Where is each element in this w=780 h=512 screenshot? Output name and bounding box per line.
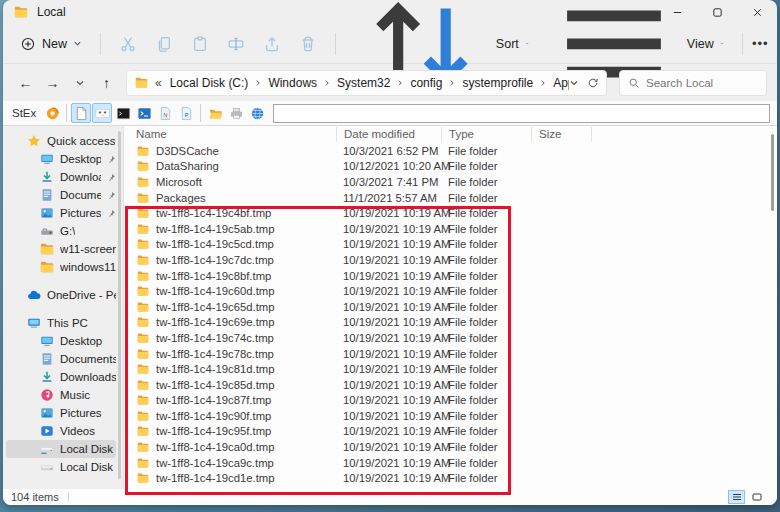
breadcrumb-item[interactable]: systemprofile — [459, 74, 536, 92]
breadcrumb-item[interactable]: System32 — [334, 74, 393, 92]
file-type: File folder — [441, 192, 531, 204]
sidebar-item-label: windows11-scre — [60, 261, 116, 273]
sidebar-item[interactable]: Quick access — [6, 132, 116, 150]
file-row[interactable]: tw-1ff8-1c4-19c4bf.tmp 10/19/2021 10:19 … — [124, 205, 777, 221]
file-row[interactable]: tw-1ff8-1c4-19ca0d.tmp 10/19/2021 10:19 … — [124, 439, 777, 455]
stex-button[interactable] — [226, 103, 246, 123]
file-name: tw-1ff8-1c4-19c85d.tmp — [156, 379, 274, 391]
sidebar-item[interactable]: Documents — [6, 186, 116, 204]
file-row[interactable]: tw-1ff8-1c4-19cd1e.tmp 10/19/2021 10:19 … — [124, 470, 777, 486]
file-action-button[interactable] — [254, 29, 290, 59]
sidebar-item[interactable]: Desktop — [6, 150, 116, 168]
stex-button[interactable] — [134, 103, 154, 123]
more-options-button[interactable]: ••• — [752, 29, 769, 59]
file-action-button[interactable] — [182, 29, 218, 59]
file-name: tw-1ff8-1c4-19c81d.tmp — [156, 363, 274, 375]
column-header-type[interactable]: Type — [441, 127, 531, 142]
file-type: File folder — [441, 223, 531, 235]
file-row[interactable]: tw-1ff8-1c4-19c81d.tmp 10/19/2021 10:19 … — [124, 361, 777, 377]
file-action-button[interactable] — [110, 29, 146, 59]
file-row[interactable]: Packages 11/1/2021 5:57 AM File folder — [124, 190, 777, 206]
sidebar-item[interactable]: Local Disk (C:) — [6, 440, 116, 458]
file-row[interactable]: tw-1ff8-1c4-19c74c.tmp 10/19/2021 10:19 … — [124, 330, 777, 346]
file-row[interactable]: D3DSCache 10/3/2021 6:52 PM File folder — [124, 143, 777, 159]
file-list-scrollbar[interactable] — [771, 134, 774, 211]
address-bar[interactable]: « Local Disk (C:) Windows System32 — [126, 70, 607, 96]
sidebar-item[interactable]: This PC — [6, 314, 116, 332]
search-box[interactable] — [619, 70, 767, 96]
file-row[interactable]: Microsoft 10/3/2021 7:41 PM File folder — [124, 174, 777, 190]
breadcrumb-item[interactable]: Local Disk (C:) — [167, 74, 252, 92]
file-date-modified: 10/19/2021 10:19 AM — [336, 441, 441, 453]
file-row[interactable]: tw-1ff8-1c4-19c5ab.tmp 10/19/2021 10:19 … — [124, 221, 777, 237]
back-button[interactable]: ← — [13, 70, 38, 96]
file-row[interactable]: tw-1ff8-1c4-19c69e.tmp 10/19/2021 10:19 … — [124, 315, 777, 331]
refresh-button[interactable] — [587, 77, 599, 89]
file-row[interactable]: tw-1ff8-1c4-19c5cd.tmp 10/19/2021 10:19 … — [124, 237, 777, 253]
sidebar-item[interactable]: G:\ — [6, 222, 116, 240]
breadcrumb-item[interactable]: config — [407, 74, 445, 92]
sidebar-item[interactable]: Pictures — [6, 204, 116, 222]
stex-button[interactable] — [113, 103, 133, 123]
sidebar-item[interactable]: windows11-scre — [6, 258, 116, 276]
status-divider — [68, 492, 69, 502]
cut-icon — [119, 35, 137, 53]
file-action-button[interactable] — [290, 29, 326, 59]
up-button[interactable]: ↑ — [94, 70, 119, 96]
stex-button[interactable] — [205, 103, 225, 123]
breadcrumb-overflow-icon[interactable]: « — [155, 76, 162, 90]
search-input[interactable] — [646, 77, 758, 89]
sidebar-item[interactable]: Network — [6, 486, 116, 489]
folder-icon — [136, 223, 150, 235]
file-row[interactable]: DataSharing 10/12/2021 10:20 AM File fol… — [124, 159, 777, 175]
sidebar-item[interactable]: Documents — [6, 350, 116, 368]
onedrive-icon — [27, 288, 41, 302]
window-control-button[interactable] — [737, 0, 777, 24]
breadcrumb-item[interactable]: Windows — [265, 74, 320, 92]
sidebar-item[interactable]: Downloads — [6, 368, 116, 386]
column-header-size[interactable]: Size — [531, 127, 591, 142]
toolbar-divider — [100, 33, 101, 55]
sidebar-item[interactable]: w11-screenshot — [6, 240, 116, 258]
file-row[interactable]: tw-1ff8-1c4-19c65d.tmp 10/19/2021 10:19 … — [124, 299, 777, 315]
file-row[interactable]: tw-1ff8-1c4-19c60d.tmp 10/19/2021 10:19 … — [124, 283, 777, 299]
stex-button[interactable]: *.* — [92, 103, 112, 123]
forward-button[interactable]: → — [40, 70, 65, 96]
file-row[interactable]: tw-1ff8-1c4-19c90f.tmp 10/19/2021 10:19 … — [124, 408, 777, 424]
file-row[interactable]: tw-1ff8-1c4-19c8bf.tmp 10/19/2021 10:19 … — [124, 268, 777, 284]
pictures-icon — [40, 406, 54, 420]
breadcrumb-item[interactable]: AppData — [550, 74, 569, 92]
large-icons-view-button[interactable] — [748, 490, 765, 504]
sidebar-item[interactable]: OneDrive - Person — [6, 286, 116, 304]
file-row[interactable]: tw-1ff8-1c4-19c85d.tmp 10/19/2021 10:19 … — [124, 377, 777, 393]
recent-locations-button[interactable] — [67, 70, 92, 96]
sidebar-item-label: Local Disk (C:) — [60, 443, 116, 455]
sidebar-item[interactable]: Downloads — [6, 168, 116, 186]
sidebar-item[interactable]: Local Disk (D:) — [6, 458, 116, 476]
file-row[interactable]: tw-1ff8-1c4-19ca9c.tmp 10/19/2021 10:19 … — [124, 455, 777, 471]
address-dropdown-button[interactable] — [569, 77, 579, 89]
file-row[interactable]: tw-1ff8-1c4-19c95f.tmp 10/19/2021 10:19 … — [124, 424, 777, 440]
details-view-button[interactable] — [728, 490, 745, 504]
file-action-button[interactable] — [218, 29, 254, 59]
sidebar-item[interactable]: Pictures — [6, 404, 116, 422]
file-row[interactable]: tw-1ff8-1c4-19c78c.tmp 10/19/2021 10:19 … — [124, 346, 777, 362]
column-header-name[interactable]: Name — [136, 127, 336, 142]
sidebar-scrollbar[interactable] — [118, 131, 121, 479]
stex-button[interactable] — [247, 103, 267, 123]
stex-button[interactable] — [42, 103, 62, 123]
new-button[interactable]: New — [11, 31, 91, 57]
sidebar-item[interactable]: Music — [6, 386, 116, 404]
column-header-spacer — [591, 127, 777, 142]
sidebar-item[interactable]: Videos — [6, 422, 116, 440]
stex-button[interactable]: P — [176, 103, 196, 123]
stex-button[interactable] — [71, 103, 91, 123]
sidebar-item[interactable]: Desktop — [6, 332, 116, 350]
column-header-date[interactable]: Date modified — [336, 127, 441, 142]
file-action-button[interactable] — [146, 29, 182, 59]
stex-button[interactable]: N — [155, 103, 175, 123]
file-row[interactable]: tw-1ff8-1c4-19c7dc.tmp 10/19/2021 10:19 … — [124, 252, 777, 268]
file-date-modified: 10/19/2021 10:19 AM — [336, 270, 441, 282]
stex-filter-input[interactable] — [273, 104, 770, 123]
file-row[interactable]: tw-1ff8-1c4-19c87f.tmp 10/19/2021 10:19 … — [124, 393, 777, 409]
